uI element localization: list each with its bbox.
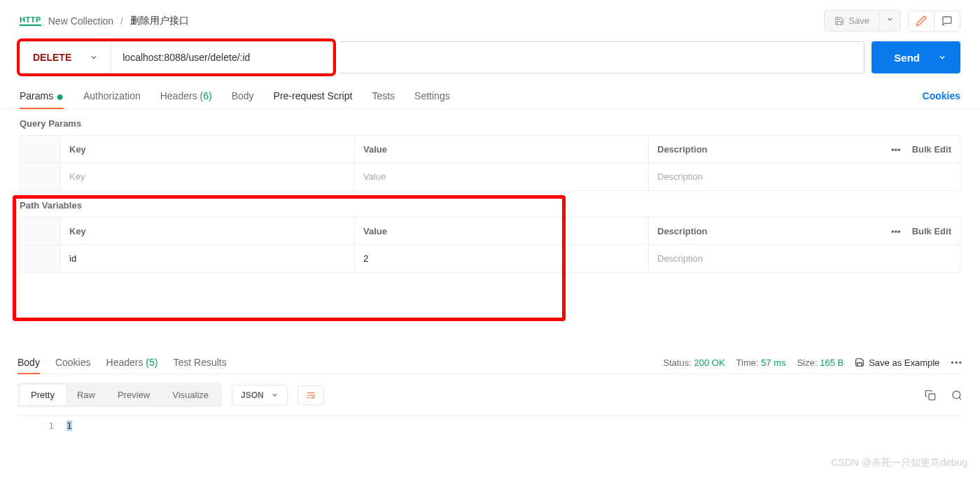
- wrap-lines-button[interactable]: [298, 385, 324, 405]
- breadcrumb-request-name[interactable]: 删除用户接口: [130, 15, 189, 27]
- edit-button[interactable]: [909, 11, 934, 31]
- value-header: Value: [355, 136, 649, 162]
- code-content: 1: [66, 420, 72, 431]
- url-text: localhost:8088/user/delete/:id: [122, 52, 250, 63]
- key-header: Key: [61, 136, 355, 162]
- status-meta: Status: 200 OK: [663, 357, 724, 368]
- svg-line-4: [959, 397, 961, 399]
- resp-tab-cookies[interactable]: Cookies: [55, 351, 91, 374]
- bulk-edit-link[interactable]: Bulk Edit: [912, 226, 951, 236]
- chevron-down-icon: [271, 391, 279, 399]
- svg-rect-2: [929, 394, 935, 400]
- format-segment: Pretty Raw Preview Visualize: [18, 383, 222, 407]
- copy-button[interactable]: [925, 390, 936, 401]
- lang-select[interactable]: JSON: [232, 385, 288, 406]
- key-input[interactable]: id: [61, 245, 355, 272]
- svg-point-3: [953, 391, 960, 399]
- checkbox-header: [20, 136, 61, 162]
- bulk-edit-link[interactable]: Bulk Edit: [912, 144, 951, 155]
- tab-headers[interactable]: Headers (6): [160, 83, 212, 108]
- value-input[interactable]: Value: [355, 163, 649, 190]
- save-label: Save: [848, 15, 869, 26]
- http-badge: HTTP: [20, 15, 41, 26]
- resp-headers-count: (5): [146, 357, 158, 368]
- comments-button[interactable]: [934, 11, 960, 31]
- send-label: Send: [894, 52, 920, 64]
- path-vars-title: Path Variables: [20, 200, 960, 211]
- resp-tab-body[interactable]: Body: [18, 351, 40, 374]
- seg-visualize[interactable]: Visualize: [161, 385, 220, 405]
- query-params-title: Query Params: [20, 118, 960, 129]
- method-url-highlight: DELETE localhost:8088/user/delete/:id: [20, 41, 333, 73]
- chevron-down-icon: [90, 53, 98, 62]
- desc-header: Description ••• Bulk Edit: [649, 136, 960, 162]
- save-button[interactable]: Save: [825, 10, 879, 31]
- watermark: CSDN @杀死一只知更鸟debug: [831, 457, 967, 469]
- comment-icon: [941, 15, 953, 27]
- save-icon: [855, 357, 864, 367]
- save-as-example-button[interactable]: Save as Example: [855, 357, 939, 368]
- search-button[interactable]: [951, 390, 962, 401]
- save-icon: [834, 16, 844, 26]
- tab-authorization[interactable]: Authorization: [83, 83, 141, 108]
- resp-tab-headers[interactable]: Headers (5): [106, 351, 158, 374]
- chevron-down-icon: [886, 15, 894, 23]
- query-params-table: Key Value Description ••• Bulk Edit Key …: [20, 135, 960, 191]
- resp-tab-tests[interactable]: Test Results: [173, 351, 226, 374]
- method-label: DELETE: [33, 52, 71, 63]
- more-icon[interactable]: •••: [951, 357, 962, 368]
- value-header: Value: [355, 218, 649, 244]
- time-meta: Time: 57 ms: [736, 357, 786, 368]
- tab-body[interactable]: Body: [232, 83, 254, 108]
- url-extension[interactable]: [340, 41, 864, 73]
- key-input[interactable]: Key: [61, 163, 355, 190]
- seg-raw[interactable]: Raw: [66, 385, 106, 405]
- tab-params[interactable]: Params ●: [20, 83, 64, 108]
- search-icon: [951, 390, 962, 401]
- url-input[interactable]: localhost:8088/user/delete/:id: [111, 42, 332, 73]
- seg-pretty[interactable]: Pretty: [20, 385, 66, 405]
- row-checkbox[interactable]: [20, 163, 61, 190]
- value-input[interactable]: 2: [355, 245, 649, 272]
- row-checkbox[interactable]: [20, 245, 61, 272]
- seg-preview[interactable]: Preview: [106, 385, 161, 405]
- send-button[interactable]: Send: [872, 41, 960, 73]
- pencil-icon: [916, 15, 927, 27]
- desc-input[interactable]: Description: [649, 163, 960, 190]
- chevron-down-icon: [938, 53, 946, 62]
- key-header: Key: [61, 218, 355, 244]
- desc-header: Description ••• Bulk Edit: [649, 218, 960, 244]
- path-vars-table: Key Value Description ••• Bulk Edit id 2…: [20, 217, 960, 273]
- tab-prerequest[interactable]: Pre-request Script: [274, 83, 353, 108]
- desc-input[interactable]: Description: [649, 245, 960, 272]
- tab-tests[interactable]: Tests: [372, 83, 395, 108]
- copy-icon: [925, 390, 936, 401]
- more-icon[interactable]: •••: [891, 144, 901, 155]
- tab-settings[interactable]: Settings: [414, 83, 450, 108]
- more-icon[interactable]: •••: [891, 226, 901, 236]
- size-meta: Size: 165 B: [797, 357, 844, 368]
- cookies-link[interactable]: Cookies: [923, 83, 960, 108]
- breadcrumb-collection[interactable]: New Collection: [48, 15, 113, 27]
- wrap-icon: [305, 390, 316, 400]
- breadcrumb: HTTP New Collection / 删除用户接口: [20, 15, 189, 27]
- headers-count: (6): [200, 90, 212, 101]
- checkbox-header: [20, 218, 61, 244]
- params-modified-dot: ●: [56, 90, 64, 104]
- method-select[interactable]: DELETE: [20, 42, 111, 73]
- line-number: 1: [18, 420, 66, 431]
- breadcrumb-sep: /: [120, 15, 123, 27]
- response-body[interactable]: 1 1: [18, 416, 962, 435]
- save-dropdown[interactable]: [879, 10, 900, 31]
